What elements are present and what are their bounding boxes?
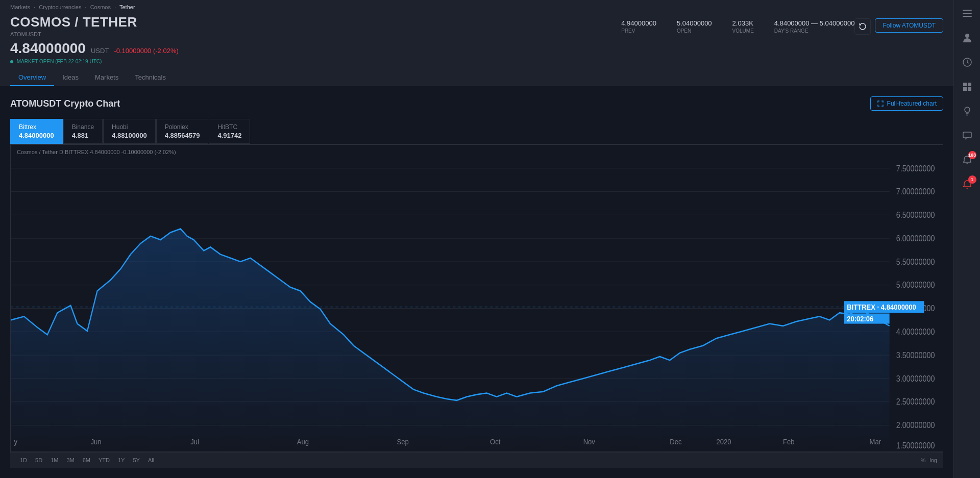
time-btn-5y[interactable]: 5Y	[129, 456, 143, 465]
exchange-price-huobi: 4.88100000	[112, 132, 147, 139]
svg-rect-10	[968, 87, 971, 91]
exchange-tab-binance[interactable]: Binance 4.881	[63, 119, 103, 144]
exchange-tab-bittrex[interactable]: Bittrex 4.84000000	[10, 119, 63, 144]
svg-text:2.50000000: 2.50000000	[896, 397, 935, 407]
notification-badge: 163	[968, 151, 976, 159]
exchange-price-hitbtc: 4.91742	[217, 132, 241, 139]
exchange-name-hitbtc: HitBTC	[217, 123, 237, 131]
full-chart-button[interactable]: Full-featured chart	[870, 96, 943, 111]
price-main: 4.84000000	[10, 40, 86, 57]
full-chart-label: Full-featured chart	[887, 100, 937, 107]
main-content: Markets · Cryptocurrencies · Cosmos · Te…	[0, 0, 953, 478]
time-btn-all[interactable]: All	[144, 456, 158, 465]
stat-volume: 2.033K VOLUME	[732, 19, 754, 34]
pair-title: COSMOS / TETHER	[10, 14, 621, 30]
price-unit: USDT	[91, 47, 109, 55]
svg-text:20:02:06: 20:02:06	[847, 315, 874, 323]
svg-text:BITTREX · 4.84000000: BITTREX · 4.84000000	[847, 304, 916, 312]
market-status: MARKET OPEN (FEB 22 02:19 UTC)	[10, 59, 621, 64]
stat-open-value: 5.04000000	[677, 19, 712, 27]
stat-prev-label: PREV	[621, 28, 656, 34]
price-row: 4.84000000 USDT -0.10000000 (-2.02%)	[10, 40, 621, 57]
time-btn-ytd[interactable]: YTD	[95, 456, 113, 465]
svg-text:1.50000000: 1.50000000	[896, 441, 935, 450]
chat-icon[interactable]	[960, 129, 974, 143]
alert-icon[interactable]: 1	[960, 178, 974, 192]
time-range-buttons: 1D 5D 1M 3M 6M YTD 1Y 5Y All	[16, 456, 158, 465]
svg-text:7.50000000: 7.50000000	[896, 164, 935, 173]
stat-range-label: DAY'S RANGE	[774, 28, 855, 34]
tab-ideas[interactable]: Ideas	[54, 69, 87, 86]
svg-text:5.00000000: 5.00000000	[896, 281, 935, 290]
svg-text:Nov: Nov	[583, 438, 595, 446]
svg-text:Sep: Sep	[397, 438, 409, 446]
stat-open-label: OPEN	[677, 28, 712, 34]
svg-rect-2	[963, 16, 972, 17]
svg-text:3.50000000: 3.50000000	[896, 350, 935, 360]
breadcrumb-tether[interactable]: Tether	[119, 4, 135, 10]
grid-icon[interactable]	[960, 80, 974, 94]
svg-text:2.00000000: 2.00000000	[896, 421, 935, 430]
breadcrumb: Markets · Cryptocurrencies · Cosmos · Te…	[10, 4, 943, 10]
svg-rect-9	[963, 87, 967, 91]
menu-icon[interactable]	[960, 6, 974, 20]
stat-volume-label: VOLUME	[732, 28, 754, 34]
refresh-button[interactable]	[854, 18, 871, 35]
breadcrumb-cryptocurrencies[interactable]: Cryptocurrencies	[39, 4, 81, 10]
svg-rect-8	[968, 83, 971, 86]
status-time: (FEB 22 02:19 UTC)	[55, 59, 102, 64]
exchange-name-bittrex: Bittrex	[19, 123, 36, 131]
exchange-price-poloniex: 4.88564579	[165, 132, 200, 139]
lightbulb-icon[interactable]	[960, 104, 974, 118]
svg-rect-7	[963, 83, 967, 86]
scale-options: % log	[921, 457, 937, 463]
nav-tabs: Overview Ideas Markets Technicals	[10, 69, 943, 86]
time-btn-5d[interactable]: 5D	[32, 456, 46, 465]
exchange-tab-poloniex[interactable]: Poloniex 4.88564579	[156, 119, 209, 144]
scale-log[interactable]: log	[929, 457, 937, 463]
svg-text:Dec: Dec	[670, 438, 681, 446]
svg-text:Jul: Jul	[190, 438, 199, 446]
time-btn-1m[interactable]: 1M	[47, 456, 62, 465]
svg-text:y: y	[14, 438, 18, 446]
exchange-price-bittrex: 4.84000000	[19, 132, 54, 139]
svg-line-6	[967, 62, 969, 63]
header-main: COSMOS / TETHER ATOMUSDT 4.84000000 USDT…	[10, 14, 943, 64]
stat-range-value: 4.84000000 — 5.04000000	[774, 19, 855, 27]
pair-subtitle: ATOMUSDT	[10, 31, 621, 37]
stat-prev-value: 4.94000000	[621, 19, 656, 27]
status-text: MARKET OPEN	[17, 59, 54, 64]
tab-overview[interactable]: Overview	[10, 69, 54, 86]
exchange-tab-hitbtc[interactable]: HitBTC 4.91742	[209, 119, 250, 144]
breadcrumb-markets[interactable]: Markets	[10, 4, 30, 10]
exchange-tab-huobi[interactable]: Huobi 4.88100000	[103, 119, 156, 144]
person-icon[interactable]	[960, 31, 974, 45]
stat-range: 4.84000000 — 5.04000000 DAY'S RANGE	[774, 19, 855, 34]
svg-text:7.00000000: 7.00000000	[896, 187, 935, 196]
svg-rect-0	[963, 10, 972, 11]
exchange-tabs: Bittrex 4.84000000 Binance 4.881 Huobi 4…	[10, 119, 943, 144]
clock-icon[interactable]	[960, 55, 974, 69]
svg-text:6.50000000: 6.50000000	[896, 210, 935, 219]
follow-button[interactable]: Follow ATOMUSDT	[875, 18, 943, 33]
tab-technicals[interactable]: Technicals	[127, 69, 174, 86]
time-btn-3m[interactable]: 3M	[63, 456, 78, 465]
chart-area: ATOMUSDT Crypto Chart Full-featured char…	[0, 86, 953, 478]
top-header: Markets · Cryptocurrencies · Cosmos · Te…	[0, 0, 953, 86]
time-btn-1y[interactable]: 1Y	[114, 456, 128, 465]
breadcrumb-cosmos[interactable]: Cosmos	[90, 4, 111, 10]
price-chart: 7.50000000 7.00000000 6.50000000 6.00000…	[11, 145, 943, 451]
status-dot	[10, 60, 13, 63]
tab-markets[interactable]: Markets	[87, 69, 127, 86]
scale-percent[interactable]: %	[921, 457, 926, 463]
time-btn-1d[interactable]: 1D	[16, 456, 31, 465]
chart-title: ATOMUSDT Crypto Chart	[10, 98, 120, 109]
svg-text:2020: 2020	[717, 438, 731, 446]
time-range-bar: 1D 5D 1M 3M 6M YTD 1Y 5Y All % log	[10, 452, 943, 468]
svg-text:Oct: Oct	[490, 438, 500, 446]
time-btn-6m[interactable]: 6M	[79, 456, 94, 465]
chart-header: ATOMUSDT Crypto Chart Full-featured char…	[10, 96, 943, 111]
notification-icon[interactable]: 163	[960, 153, 974, 167]
svg-rect-1	[963, 13, 972, 14]
svg-rect-13	[963, 132, 971, 138]
